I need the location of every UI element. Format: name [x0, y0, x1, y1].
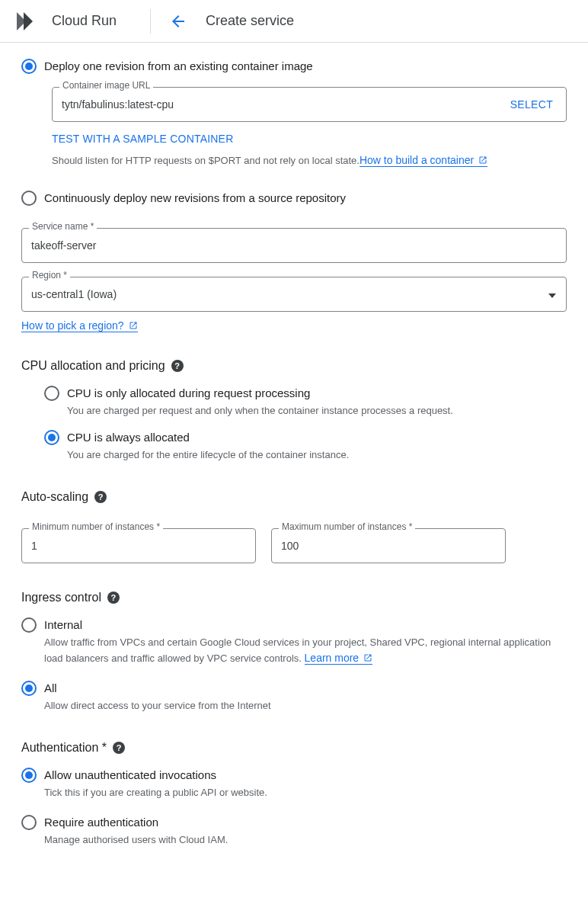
deploy-continuous-label: Continuously deploy new revisions from a…	[44, 190, 567, 207]
cpu-request-label: CPU is only allocated during request pro…	[67, 385, 567, 402]
max-instances-input[interactable]	[271, 528, 506, 563]
header-divider	[150, 9, 151, 34]
region-field: Region * us-central1 (Iowa)	[21, 277, 567, 312]
deploy-existing-label: Deploy one revision from an existing con…	[44, 58, 567, 75]
auth-require-desc: Manage authorised users with Cloud IAM.	[44, 832, 567, 848]
ingress-all-label: All	[44, 680, 567, 697]
cloud-run-logo	[12, 8, 40, 35]
radio-icon	[44, 386, 59, 401]
auth-unauth-radio[interactable]: Allow unauthenticated invocations Tick t…	[21, 767, 567, 800]
form-content: Deploy one revision from an existing con…	[0, 43, 588, 884]
deploy-mode-existing-radio[interactable]: Deploy one revision from an existing con…	[21, 58, 567, 75]
max-instances-field: Maximum number of instances *	[271, 528, 506, 563]
auth-require-label: Require authentication	[44, 814, 567, 831]
ingress-internal-radio[interactable]: Internal Allow traffic from VPCs and cer…	[21, 617, 567, 666]
container-url-label: Container image URL	[59, 80, 153, 91]
radio-icon	[21, 59, 37, 74]
how-to-build-container-link[interactable]: How to build a container	[360, 154, 487, 167]
region-label: Region *	[29, 270, 70, 281]
ingress-all-desc: Allow direct access to your service from…	[44, 698, 567, 713]
service-name-input[interactable]	[21, 228, 567, 263]
autoscaling-section-title: Auto-scaling ?	[21, 490, 567, 504]
arrow-left-icon	[169, 12, 187, 30]
help-icon[interactable]: ?	[113, 742, 125, 754]
radio-icon	[21, 768, 37, 783]
help-icon[interactable]: ?	[107, 592, 120, 604]
test-sample-container-link[interactable]: TEST WITH A SAMPLE CONTAINER	[52, 133, 233, 145]
product-name: Cloud Run	[52, 13, 144, 29]
app-header: Cloud Run Create service	[0, 0, 588, 43]
help-icon[interactable]: ?	[171, 360, 184, 372]
min-instances-field: Minimum number of instances *	[21, 528, 256, 563]
ingress-section-title: Ingress control ?	[21, 591, 567, 604]
back-button[interactable]	[163, 6, 193, 37]
radio-icon	[44, 430, 59, 445]
cpu-section-title: CPU allocation and pricing ?	[21, 359, 567, 373]
ingress-internal-desc: Allow traffic from VPCs and certain Goog…	[44, 635, 567, 666]
service-name-label: Service name *	[29, 221, 97, 232]
auth-section-title: Authentication * ?	[21, 741, 567, 755]
radio-icon	[21, 191, 37, 206]
radio-icon	[21, 815, 37, 830]
container-help-text: Should listen for HTTP requests on $PORT…	[52, 152, 567, 168]
cpu-request-desc: You are charged per request and only whe…	[67, 403, 567, 418]
how-to-pick-region-link[interactable]: How to pick a region?	[21, 319, 138, 332]
container-url-input[interactable]	[52, 87, 567, 122]
ingress-all-radio[interactable]: All Allow direct access to your service …	[21, 680, 567, 713]
page-title: Create service	[206, 13, 294, 29]
min-instances-input[interactable]	[21, 528, 256, 563]
auth-unauth-desc: Tick this if you are creating a public A…	[44, 785, 567, 800]
min-instances-label: Minimum number of instances *	[29, 521, 163, 532]
help-icon[interactable]: ?	[94, 491, 107, 503]
container-url-field: Container image URL SELECT	[52, 87, 567, 122]
auth-require-radio[interactable]: Require authentication Manage authorised…	[21, 814, 567, 848]
radio-icon	[21, 617, 37, 633]
cpu-always-desc: You are charged for the entire lifecycle…	[67, 447, 567, 463]
deploy-mode-continuous-radio[interactable]: Continuously deploy new revisions from a…	[21, 190, 567, 207]
select-image-button[interactable]: SELECT	[503, 92, 561, 117]
radio-icon	[21, 681, 37, 696]
cpu-always-radio[interactable]: CPU is always allocated You are charged …	[44, 429, 567, 463]
ingress-learn-more-link[interactable]: Learn more	[305, 652, 373, 665]
max-instances-label: Maximum number of instances *	[279, 521, 415, 532]
auth-unauth-label: Allow unauthenticated invocations	[44, 767, 567, 784]
cpu-always-label: CPU is always allocated	[67, 429, 567, 446]
service-name-field: Service name *	[21, 228, 567, 263]
region-select[interactable]: us-central1 (Iowa)	[21, 277, 567, 312]
cpu-request-only-radio[interactable]: CPU is only allocated during request pro…	[44, 385, 567, 418]
ingress-internal-label: Internal	[44, 617, 567, 633]
